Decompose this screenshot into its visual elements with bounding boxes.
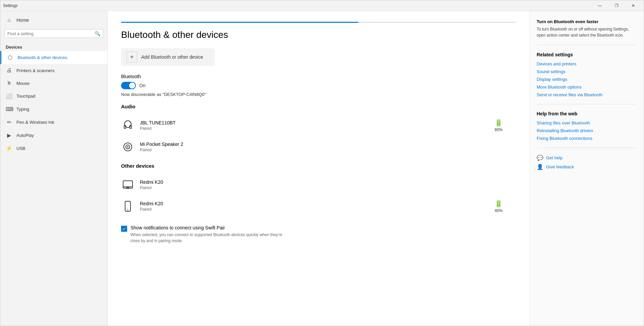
- progress-bar: [121, 22, 516, 23]
- get-help-icon: 💬: [537, 155, 543, 161]
- redmi-tablet-name: Redmi K20: [140, 179, 516, 185]
- sidebar-item-pen-label: Pen & Windows Ink: [16, 120, 54, 125]
- redmi-battery-pct: 40%: [494, 208, 502, 213]
- battery-icon-redmi: 🔋: [494, 200, 503, 208]
- add-device-button[interactable]: + Add Bluetooth or other device: [121, 48, 215, 66]
- toggle-state-label: On: [139, 83, 146, 88]
- get-help-row: 💬 Get help: [537, 155, 637, 161]
- toggle-knob: [129, 83, 135, 89]
- divider-2: [537, 104, 637, 104]
- redmi-phone-name: Redmi K20: [140, 201, 494, 206]
- right-panel: Turn on Bluetooth even faster To turn Bl…: [530, 11, 644, 326]
- help-title: Help from the web: [537, 111, 637, 116]
- maximize-button[interactable]: ❐: [609, 0, 624, 11]
- printers-icon: 🖨: [6, 67, 12, 73]
- page-title: Bluetooth & other devices: [121, 30, 516, 40]
- device-redmi-tablet: Redmi K20 Paired: [121, 174, 516, 196]
- redmi-tablet-info: Redmi K20 Paired: [140, 179, 516, 190]
- get-help-link[interactable]: Get help: [546, 155, 562, 160]
- sidebar-item-autoplay-label: AutoPlay: [16, 133, 34, 138]
- redmi-phone-info: Redmi K20 Paired: [140, 201, 494, 212]
- give-feedback-link[interactable]: Give feedback: [546, 164, 574, 169]
- sidebar-section-label: Devices: [0, 41, 107, 51]
- swift-pair-text: Show notifications to connect using Swif…: [130, 225, 291, 244]
- speaker-icon: [121, 140, 135, 154]
- link-sharing-files[interactable]: Sharing files over Bluetooth: [537, 120, 637, 125]
- headphones-icon: [121, 119, 135, 132]
- tip-title: Turn on Bluetooth even faster: [537, 19, 637, 24]
- home-icon: ⌂: [6, 17, 12, 23]
- link-devices-printers[interactable]: Devices and printers: [537, 61, 637, 66]
- sidebar-item-mouse-label: Mouse: [16, 81, 30, 86]
- pen-icon: ✏: [6, 119, 12, 125]
- bluetooth-toggle[interactable]: [121, 82, 136, 89]
- link-sound-settings[interactable]: Sound settings: [537, 69, 637, 74]
- sidebar-item-autoplay[interactable]: ▶ AutoPlay: [0, 129, 107, 142]
- swift-pair-section: ✓ Show notifications to connect using Sw…: [121, 225, 516, 244]
- bluetooth-icon: ⬡: [7, 54, 13, 61]
- sidebar-home[interactable]: ⌂ Home: [0, 14, 107, 26]
- swift-pair-checkbox[interactable]: ✓: [121, 226, 127, 232]
- jbl-battery: 🔋 80%: [494, 119, 516, 132]
- checkmark-icon: ✓: [122, 226, 126, 231]
- discoverable-text: Now discoverable as "DESKTOP-C4IN8Q0": [121, 92, 516, 97]
- sidebar-item-pen[interactable]: ✏ Pen & Windows Ink: [0, 116, 107, 129]
- jbl-status: Paired: [140, 126, 494, 131]
- mouse-icon: 🖱: [6, 80, 12, 86]
- minimize-button[interactable]: —: [592, 0, 607, 11]
- mi-speaker-name: Mi Pocket Speaker 2: [140, 142, 516, 147]
- give-feedback-row: 👤 Give feedback: [537, 164, 637, 170]
- jbl-name: JBL TUNE110BT: [140, 120, 494, 125]
- window-title: Settings: [3, 3, 17, 8]
- mi-speaker-info: Mi Pocket Speaker 2 Paired: [140, 142, 516, 152]
- sidebar-item-mouse[interactable]: 🖱 Mouse: [0, 77, 107, 90]
- tablet-icon: [121, 178, 135, 192]
- usb-icon: ⚡: [6, 145, 12, 152]
- autoplay-icon: ▶: [6, 132, 12, 139]
- link-display-settings[interactable]: Display settings: [537, 77, 637, 82]
- sidebar-item-bluetooth[interactable]: ⬡ Bluetooth & other devices: [0, 51, 107, 64]
- sidebar-item-usb[interactable]: ⚡ USB: [0, 142, 107, 155]
- link-more-bluetooth[interactable]: More Bluetooth options: [537, 85, 637, 90]
- other-devices-heading: Other devices: [121, 163, 516, 169]
- bluetooth-label: Bluetooth: [121, 74, 516, 79]
- svg-point-10: [127, 210, 128, 211]
- divider-3: [537, 148, 637, 148]
- sidebar-item-touchpad-label: Touchpad: [16, 94, 35, 99]
- jbl-battery-pct: 80%: [494, 127, 502, 132]
- give-feedback-icon: 👤: [537, 164, 543, 170]
- sidebar-item-printers[interactable]: 🖨 Printers & scanners: [0, 64, 107, 77]
- sidebar-item-touchpad[interactable]: ⬜ Touchpad: [0, 90, 107, 103]
- add-icon: +: [126, 52, 137, 62]
- bluetooth-toggle-section: Bluetooth On Now discoverable as "DESKTO…: [121, 74, 516, 97]
- link-reinstalling[interactable]: Reinstalling Bluetooth drivers: [537, 128, 637, 133]
- search-box: 🔍: [4, 29, 103, 38]
- redmi-phone-status: Paired: [140, 207, 494, 212]
- search-icon: 🔍: [95, 31, 100, 36]
- sidebar-item-typing-label: Typing: [16, 107, 29, 112]
- divider-1: [537, 45, 637, 45]
- audio-section-heading: Audio: [121, 104, 516, 109]
- device-mi-speaker: Mi Pocket Speaker 2 Paired: [121, 136, 516, 158]
- progress-fill: [121, 22, 358, 23]
- close-button[interactable]: ✕: [626, 0, 641, 11]
- swift-pair-label: Show notifications to connect using Swif…: [130, 225, 291, 230]
- toggle-row: On: [121, 82, 516, 89]
- touchpad-icon: ⬜: [6, 93, 12, 99]
- sidebar-item-printers-label: Printers & scanners: [16, 68, 54, 73]
- sidebar: ⌂ Home 🔍 Devices ⬡ Bluetooth & other dev…: [0, 11, 108, 326]
- link-fixing[interactable]: Fixing Bluetooth connections: [537, 136, 637, 141]
- swift-pair-desc: When selected, you can connect to suppor…: [130, 232, 291, 244]
- link-send-receive[interactable]: Send or receive files via Bluetooth: [537, 92, 637, 97]
- sidebar-home-label: Home: [16, 17, 29, 23]
- titlebar-controls: — ❐ ✕: [592, 0, 641, 11]
- svg-point-5: [127, 146, 128, 148]
- redmi-phone-battery: 🔋 40%: [494, 200, 516, 213]
- titlebar: Settings — ❐ ✕: [0, 0, 644, 11]
- phone-icon: [121, 200, 135, 213]
- sidebar-item-bluetooth-label: Bluetooth & other devices: [17, 55, 67, 60]
- battery-icon-jbl: 🔋: [494, 119, 503, 127]
- search-input[interactable]: [7, 31, 95, 36]
- sidebar-item-typing[interactable]: ⌨ Typing: [0, 103, 107, 116]
- jbl-info: JBL TUNE110BT Paired: [140, 120, 494, 131]
